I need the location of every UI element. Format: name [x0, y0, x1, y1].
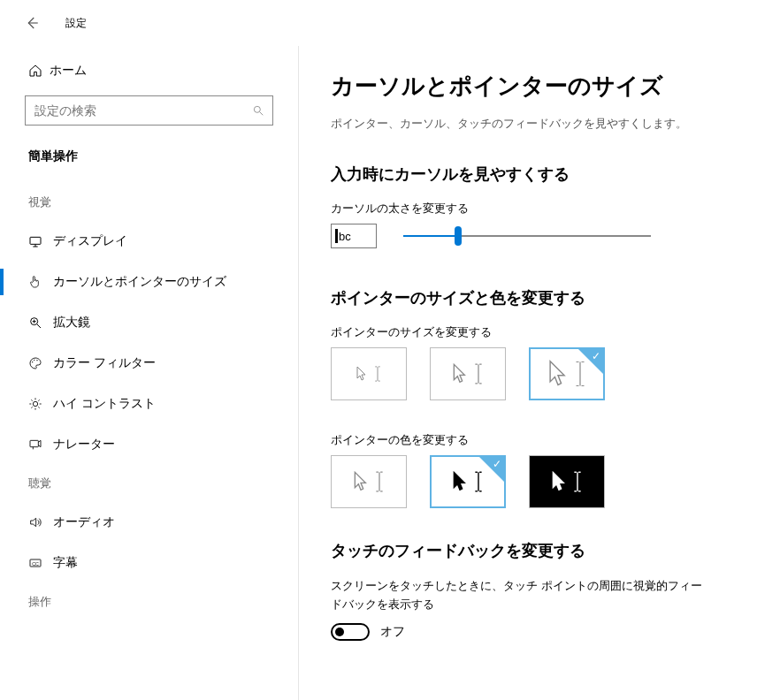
- pointer-color-option-inverted[interactable]: [529, 455, 605, 508]
- home-icon: [28, 64, 50, 78]
- text-cursor-icon: [374, 366, 381, 382]
- sidebar-item-audio[interactable]: オーディオ: [0, 502, 298, 543]
- svg-line-7: [37, 324, 41, 328]
- sidebar-item-label: ナレーター: [53, 437, 115, 453]
- sidebar-item-label: 字幕: [53, 555, 78, 571]
- pointer-size-label: ポインターのサイズを変更する: [331, 324, 725, 340]
- sidebar-item-captions[interactable]: CC 字幕: [0, 543, 298, 583]
- svg-point-10: [32, 361, 33, 362]
- cursor-arrow-icon: [548, 360, 568, 388]
- touch-feedback-description: スクリーンをタッチしたときに、タッチ ポイントの周囲に視覚的フィードバックを表示…: [331, 577, 702, 614]
- page-description: ポインター、カーソル、タッチのフィードバックを見やすくします。: [331, 116, 725, 132]
- palette-icon: [28, 356, 53, 370]
- svg-point-13: [33, 401, 37, 406]
- abc-sample-text: bc: [339, 230, 351, 243]
- search-input[interactable]: [25, 95, 273, 126]
- sidebar-group-interaction: 操作: [0, 583, 298, 620]
- pointer-color-option-white[interactable]: [331, 455, 407, 508]
- back-button[interactable]: [14, 5, 50, 41]
- sidebar-group-hearing: 聴覚: [0, 465, 298, 502]
- speaker-icon: [28, 515, 53, 529]
- toggle-knob: [335, 628, 344, 636]
- sidebar-item-magnifier[interactable]: 拡大鏡: [0, 302, 298, 343]
- check-icon: ✓: [493, 458, 501, 470]
- contrast-icon: [28, 397, 53, 411]
- page-title: カーソルとポインターのサイズ: [331, 71, 725, 102]
- pointer-size-option-large[interactable]: ✓: [529, 347, 605, 400]
- sidebar-item-label: オーディオ: [53, 514, 115, 530]
- svg-line-19: [38, 407, 39, 407]
- cursor-thickness-preview: bc: [331, 224, 377, 248]
- svg-text:CC: CC: [32, 561, 39, 567]
- section-pointer-heading: ポインターのサイズと色を変更する: [331, 287, 725, 308]
- sidebar-item-label: ディスプレイ: [53, 233, 127, 249]
- cursor-arrow-icon: [453, 363, 467, 384]
- sidebar-item-color-filter[interactable]: カラー フィルター: [0, 343, 298, 384]
- sidebar-home-label: ホーム: [50, 63, 87, 79]
- sidebar-item-display[interactable]: ディスプレイ: [0, 221, 298, 262]
- sidebar-item-cursor-pointer[interactable]: カーソルとポインターのサイズ: [0, 262, 298, 302]
- svg-rect-3: [30, 237, 41, 244]
- svg-line-2: [260, 112, 264, 116]
- cursor-thickness-label: カーソルの太さを変更する: [331, 201, 725, 217]
- narrator-icon: [28, 438, 53, 452]
- pointer-color-label: ポインターの色を変更する: [331, 432, 725, 448]
- sidebar-item-label: ハイ コントラスト: [53, 396, 156, 412]
- magnifier-icon: [28, 316, 53, 330]
- svg-line-21: [38, 399, 39, 400]
- sidebar: ホーム 簡単操作 視覚 ディスプレイ カーソルとポインターのサイズ: [0, 46, 299, 700]
- cursor-thickness-slider[interactable]: [403, 225, 651, 247]
- sidebar-item-label: カーソルとポインターのサイズ: [53, 274, 226, 290]
- monitor-icon: [28, 234, 53, 248]
- svg-point-12: [36, 360, 37, 361]
- section-touch-heading: タッチのフィードバックを変更する: [331, 540, 725, 561]
- main-content: カーソルとポインターのサイズ ポインター、カーソル、タッチのフィードバックを見や…: [299, 46, 757, 700]
- sidebar-item-narrator[interactable]: ナレーター: [0, 424, 298, 465]
- text-cursor-icon: [573, 471, 582, 492]
- cursor-arrow-icon: [552, 471, 566, 492]
- sidebar-group-visual: 視覚: [0, 184, 298, 221]
- sidebar-item-label: 拡大鏡: [53, 315, 90, 331]
- window-title: 設定: [65, 16, 87, 31]
- touch-toggle-state-label: オフ: [380, 624, 405, 640]
- sidebar-category-title: 簡単操作: [0, 141, 298, 184]
- pointer-color-option-black[interactable]: ✓: [430, 455, 506, 508]
- svg-line-18: [31, 399, 32, 400]
- sidebar-home[interactable]: ホーム: [0, 51, 298, 90]
- touch-feedback-toggle[interactable]: [331, 623, 370, 641]
- pointer-size-option-small[interactable]: [331, 347, 407, 400]
- svg-point-11: [34, 360, 34, 361]
- cursor-arrow-icon: [354, 471, 368, 492]
- cursor-arrow-icon: [356, 366, 367, 382]
- hand-pointer-icon: [28, 275, 53, 289]
- text-cursor-icon: [474, 363, 483, 384]
- svg-rect-22: [30, 440, 38, 446]
- text-caret-icon: [335, 229, 338, 243]
- section-cursor-heading: 入力時にカーソルを見やすくする: [331, 164, 725, 185]
- cc-icon: CC: [28, 556, 53, 570]
- back-arrow-icon: [24, 15, 40, 31]
- search-icon: [252, 104, 264, 117]
- check-icon: ✓: [592, 350, 600, 362]
- svg-line-20: [31, 407, 32, 407]
- sidebar-item-high-contrast[interactable]: ハイ コントラスト: [0, 384, 298, 424]
- svg-point-1: [254, 106, 260, 112]
- sidebar-item-label: カラー フィルター: [53, 355, 156, 371]
- slider-thumb[interactable]: [455, 226, 462, 246]
- text-cursor-icon: [375, 471, 384, 492]
- pointer-size-option-medium[interactable]: [430, 347, 506, 400]
- cursor-arrow-icon: [453, 471, 467, 492]
